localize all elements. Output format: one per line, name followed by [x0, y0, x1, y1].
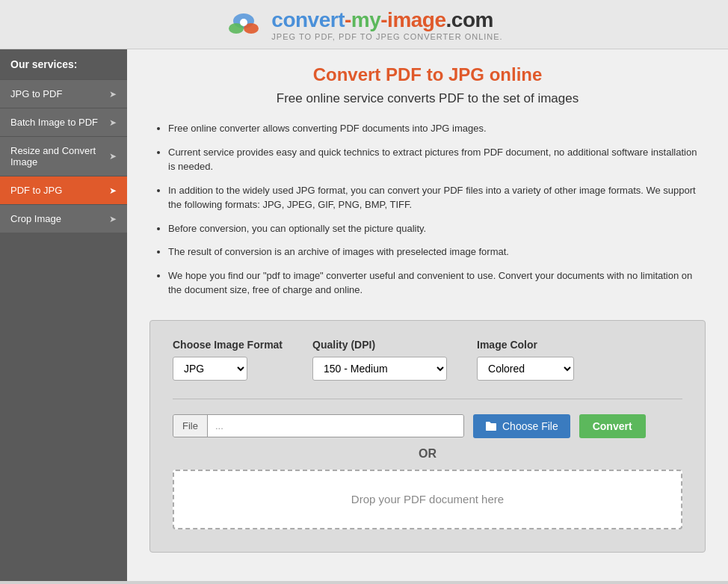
site-logo-icon — [225, 7, 262, 41]
sidebar-item-resize-convert[interactable]: Resize and Convert Image ➤ — [0, 136, 127, 176]
color-label: Image Color — [477, 339, 574, 351]
sidebar-item-crop-image[interactable]: Crop Image ➤ — [0, 204, 127, 233]
file-label-tag: File — [173, 415, 208, 437]
feature-list: Free online converter allows converting … — [149, 121, 706, 298]
chevron-right-icon: ➤ — [109, 214, 117, 224]
chevron-right-icon: ➤ — [109, 89, 117, 99]
site-subtitle: JPEG TO PDF, PDF TO JPEG CONVERTER ONLIN… — [271, 32, 502, 41]
format-label: Choose Image Format — [173, 339, 283, 351]
drop-zone-label: Drop your PDF document here — [351, 493, 504, 505]
list-item: The result of conversion is an archive o… — [168, 245, 706, 259]
sidebar-item-jpg-to-pdf[interactable]: JPG to PDF ➤ — [0, 79, 127, 108]
file-input-wrapper: File ... — [173, 414, 464, 437]
chevron-right-icon: ➤ — [109, 151, 117, 162]
convert-button[interactable]: Convert — [579, 414, 646, 438]
choose-file-label: Choose File — [502, 420, 558, 432]
chevron-right-icon: ➤ — [109, 185, 117, 196]
page-title: Convert PDF to JPG online — [149, 64, 706, 85]
page-layout: Our services: JPG to PDF ➤ Batch Image t… — [0, 49, 728, 581]
drop-zone[interactable]: Drop your PDF document here — [173, 470, 682, 529]
image-format-group: Choose Image Format JPG JPEG PNG GIF BMP… — [173, 339, 283, 381]
file-path-display: ... — [208, 415, 463, 437]
title-dash1: - — [345, 8, 351, 31]
page-subtitle: Free online service converts PDF to the … — [149, 91, 706, 106]
chevron-right-icon: ➤ — [109, 117, 117, 128]
color-group: Image Color Colored Grayscale Black & Wh… — [477, 339, 574, 381]
sidebar-item-batch-image[interactable]: Batch Image to PDF ➤ — [0, 108, 127, 136]
choose-file-button[interactable]: Choose File — [473, 414, 570, 438]
list-item: Free online converter allows converting … — [168, 121, 706, 136]
list-item: We hope you find our "pdf to image" conv… — [168, 268, 706, 298]
title-my: my — [351, 8, 380, 31]
sidebar-item-label: Batch Image to PDF — [10, 117, 98, 128]
list-item: Current service provides easy and quick … — [168, 145, 706, 174]
title-com: .com — [446, 8, 493, 31]
folder-icon — [485, 421, 497, 431]
color-select[interactable]: Colored Grayscale Black & White — [477, 357, 574, 381]
sidebar-item-label: Crop Image — [10, 213, 61, 224]
quality-select[interactable]: 72 - Low 96 - Low 150 - Medium 200 - Hig… — [312, 357, 447, 381]
quality-group: Quality (DPI) 72 - Low 96 - Low 150 - Me… — [312, 339, 447, 381]
file-row: File ... Choose File Convert — [173, 414, 682, 438]
svg-point-3 — [240, 19, 247, 26]
sidebar-item-pdf-to-jpg[interactable]: PDF to JPG ➤ — [0, 176, 127, 204]
list-item: Before conversion, you can optionally se… — [168, 221, 706, 236]
converter-box: Choose Image Format JPG JPEG PNG GIF BMP… — [149, 320, 706, 553]
image-format-select[interactable]: JPG JPEG PNG GIF BMP TIFF — [173, 357, 247, 381]
site-title: convert-my-image.com — [271, 8, 502, 32]
form-divider — [173, 399, 682, 399]
quality-label: Quality (DPI) — [312, 339, 447, 351]
or-divider: OR — [173, 447, 682, 461]
sidebar-item-label: PDF to JPG — [10, 185, 62, 196]
site-header: convert-my-image.com JPEG TO PDF, PDF TO… — [0, 0, 728, 49]
site-title-block: convert-my-image.com JPEG TO PDF, PDF TO… — [271, 8, 502, 41]
sidebar-item-label: Resize and Convert Image — [10, 145, 109, 167]
sidebar-header: Our services: — [0, 49, 127, 79]
main-content: Convert PDF to JPG online Free online se… — [127, 49, 728, 581]
title-dash2: - — [380, 8, 387, 31]
title-convert: convert — [271, 8, 345, 31]
sidebar: Our services: JPG to PDF ➤ Batch Image t… — [0, 49, 127, 581]
format-options-row: Choose Image Format JPG JPEG PNG GIF BMP… — [173, 339, 682, 381]
sidebar-item-label: JPG to PDF — [10, 88, 62, 99]
title-image: image — [387, 8, 445, 31]
list-item: In addition to the widely used JPG forma… — [168, 183, 706, 212]
